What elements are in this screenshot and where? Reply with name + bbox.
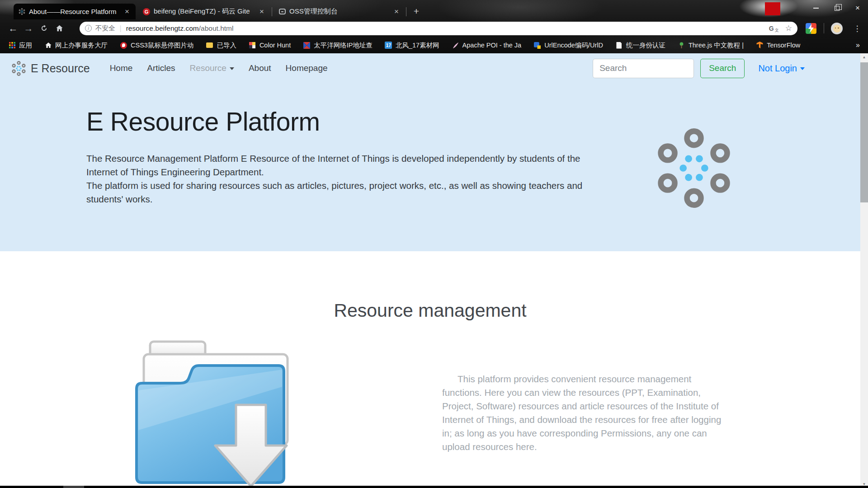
tab-close-icon[interactable]: × bbox=[123, 7, 131, 16]
section-description: This platform provides convenient resour… bbox=[442, 372, 726, 454]
address-bar[interactable]: i 不安全 | resource.beifengtz.com /about.ht… bbox=[80, 22, 797, 35]
bookmark-imported[interactable]: 已导入 bbox=[206, 41, 236, 50]
brand[interactable]: E Resource bbox=[11, 61, 90, 76]
omnibox-separator: | bbox=[120, 24, 122, 33]
gitee-favicon-icon: G bbox=[143, 8, 150, 15]
tab-oss[interactable]: OSS管理控制台 × bbox=[274, 4, 405, 19]
minimize-button[interactable] bbox=[806, 0, 826, 16]
web-page: E Resource Home Articles Resource About … bbox=[0, 53, 868, 488]
hero-description: The Resource Management Platform E Resou… bbox=[86, 152, 588, 206]
theme-decoration bbox=[765, 2, 780, 15]
chevron-down-icon bbox=[800, 67, 805, 70]
urlencode-icon bbox=[533, 42, 541, 49]
home-icon bbox=[44, 42, 52, 49]
search-button[interactable]: Search bbox=[700, 59, 745, 78]
chevron-down-icon bbox=[230, 67, 234, 70]
brand-name: E Resource bbox=[31, 62, 90, 75]
toolbar-separator bbox=[824, 23, 824, 33]
close-button[interactable]: × bbox=[847, 0, 868, 16]
tab-close-icon[interactable]: × bbox=[392, 7, 401, 16]
hero-paragraph-2: The platform is used for sharing resourc… bbox=[86, 179, 588, 206]
url-host: resource.beifengtz.com bbox=[126, 24, 199, 33]
tensorflow-icon bbox=[756, 42, 764, 49]
url-path: /about.html bbox=[199, 24, 234, 33]
browser-chrome: About——Resource Platform × G beifeng (Be… bbox=[0, 0, 868, 53]
search-input[interactable] bbox=[593, 59, 694, 78]
nav-homepage[interactable]: Homepage bbox=[286, 63, 328, 73]
tree-icon bbox=[678, 42, 685, 49]
bookmark-star-icon[interactable]: ☆ bbox=[785, 23, 792, 33]
nav-home[interactable]: Home bbox=[110, 63, 133, 73]
resource-management-section: Resource management bbox=[0, 251, 868, 488]
palette-icon bbox=[249, 42, 256, 49]
lightning-bolt-icon bbox=[806, 23, 816, 34]
tab-separator bbox=[272, 7, 272, 16]
bookmarks-overflow-icon[interactable]: » bbox=[856, 41, 860, 49]
download-folder-illustration bbox=[127, 333, 307, 488]
login-dropdown[interactable]: Not Login bbox=[758, 63, 805, 74]
bookmark-pacific-ip[interactable]: 太平洋网络IP地址查 bbox=[303, 41, 373, 50]
back-button[interactable]: ← bbox=[5, 21, 21, 36]
bookmark-css3[interactable]: CSS3鼠标悬停图片动 bbox=[120, 41, 193, 50]
tab-about[interactable]: About——Resource Platform × bbox=[14, 4, 136, 19]
refresh-button[interactable] bbox=[36, 21, 52, 36]
tab-strip: About——Resource Platform × G beifeng (Be… bbox=[0, 0, 868, 19]
nav-about[interactable]: About bbox=[249, 63, 271, 73]
home-button[interactable] bbox=[52, 21, 67, 36]
bookmark-apache-poi[interactable]: Apache POI - the Ja bbox=[452, 42, 522, 49]
scrollbar-thumb[interactable] bbox=[860, 62, 868, 202]
info-icon[interactable]: i bbox=[85, 25, 92, 32]
browser-window: About——Resource Platform × G beifeng (Be… bbox=[0, 0, 868, 488]
red-badge-icon bbox=[120, 42, 127, 49]
browser-toolbar: ← → i 不安全 | resource.beifengtz.com /abou… bbox=[0, 19, 868, 37]
hero-paragraph-1: The Resource Management Platform E Resou… bbox=[86, 152, 588, 179]
profile-avatar[interactable] bbox=[831, 23, 843, 34]
translate-icon[interactable]: G文 bbox=[769, 25, 778, 32]
scroll-up-icon[interactable]: ▲ bbox=[860, 53, 868, 61]
bookmarks-bar: 应用 网上办事服务大厅 CSS3鼠标悬停图片动 已导入 bbox=[0, 37, 868, 53]
section-heading: Resource management bbox=[0, 300, 860, 321]
bookmark-color-hunt[interactable]: Color Hunt bbox=[249, 42, 291, 49]
bookmark-identity[interactable]: 统一身份认证 bbox=[615, 41, 665, 50]
bookmark-17sucai[interactable]: 17 北风_17素材网 bbox=[385, 41, 439, 50]
tab-gitee[interactable]: G beifeng (BeiFengTZ) - 码云 Gite × bbox=[138, 4, 270, 19]
window-controls: × bbox=[806, 0, 868, 16]
17-logo-icon: 17 bbox=[385, 42, 392, 49]
forward-button[interactable]: → bbox=[21, 21, 36, 36]
tab-separator bbox=[406, 7, 406, 16]
page-title: E Resource Platform bbox=[86, 107, 320, 136]
security-status: 不安全 bbox=[95, 24, 115, 33]
eresource-logo-icon bbox=[11, 61, 26, 76]
tab-title: About——Resource Platform bbox=[29, 8, 119, 15]
restore-button[interactable] bbox=[826, 0, 847, 16]
page-scrollbar[interactable]: ▲ ▼ bbox=[860, 53, 868, 488]
bookmark-apps[interactable]: 应用 bbox=[8, 41, 32, 50]
nav-resource-dropdown[interactable]: Resource bbox=[190, 63, 234, 73]
tab-close-icon[interactable]: × bbox=[258, 7, 266, 16]
folder-icon bbox=[206, 42, 213, 49]
tab-title: OSS管理控制台 bbox=[289, 7, 389, 16]
tab-title: beifeng (BeiFengTZ) - 码云 Gite bbox=[154, 7, 254, 16]
browser-menu-icon[interactable]: ⋮ bbox=[852, 22, 863, 35]
page-icon bbox=[615, 42, 623, 49]
pacific-logo-icon bbox=[303, 42, 311, 49]
bookmark-threejs[interactable]: Three.js 中文教程 | bbox=[678, 41, 744, 50]
new-tab-button[interactable]: + bbox=[409, 5, 424, 18]
bottom-edge-bar bbox=[0, 486, 868, 488]
site-navbar: E Resource Home Articles Resource About … bbox=[0, 53, 868, 83]
feather-icon bbox=[452, 42, 459, 49]
bookmark-service-hall[interactable]: 网上办事服务大厅 bbox=[44, 41, 108, 50]
oss-console-favicon-icon bbox=[278, 8, 286, 15]
apps-grid-icon bbox=[8, 42, 16, 49]
hero-section: E Resource Platform The Resource Managem… bbox=[0, 83, 868, 251]
eresource-hero-logo-icon bbox=[654, 128, 734, 208]
nav-articles[interactable]: Articles bbox=[147, 63, 175, 73]
bottom-edge-segment bbox=[63, 486, 84, 488]
bookmark-urlencode[interactable]: UrlEncode编码/UrlD bbox=[533, 41, 603, 50]
bookmark-tensorflow[interactable]: TensorFlow bbox=[756, 42, 800, 49]
eresource-favicon-icon bbox=[18, 8, 25, 15]
